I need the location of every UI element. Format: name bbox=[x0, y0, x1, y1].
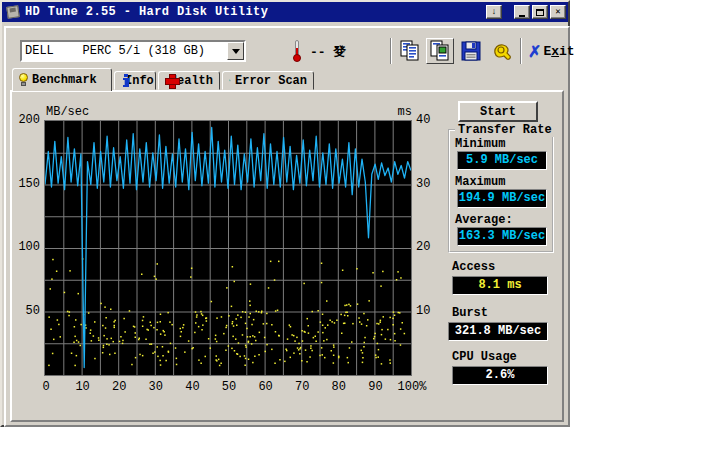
copy-text-button[interactable] bbox=[396, 38, 424, 64]
tab-error-scan[interactable]: Error Scan bbox=[222, 71, 314, 90]
drive-select-dropdown-button[interactable] bbox=[227, 42, 244, 60]
axis-tick-label: 30 bbox=[416, 177, 442, 191]
maximum-label: Maximum bbox=[455, 175, 505, 189]
toolbar-separator bbox=[520, 38, 522, 64]
maximize-button[interactable] bbox=[532, 5, 548, 19]
axis-tick-label: 100 bbox=[12, 240, 40, 254]
exit-button[interactable]: ✗ Exit bbox=[528, 38, 575, 64]
copy-text-icon bbox=[399, 40, 421, 62]
exit-x-icon: ✗ bbox=[528, 42, 541, 61]
start-button[interactable]: Start bbox=[458, 101, 538, 122]
save-button[interactable] bbox=[457, 38, 485, 64]
tab-health[interactable]: Health bbox=[158, 71, 220, 90]
hdtune-window: HD Tune 2.55 - Hard Disk Utility ↓ ✕ DEL… bbox=[0, 0, 570, 427]
titlebar[interactable]: HD Tune 2.55 - Hard Disk Utility ↓ ✕ bbox=[2, 2, 568, 22]
chevron-down-icon bbox=[232, 49, 240, 54]
horn-button[interactable] bbox=[488, 38, 516, 64]
transfer-rate-group: Transfer Rate Minimum 5.9 MB/sec Maximum… bbox=[448, 129, 554, 253]
close-button[interactable]: ✕ bbox=[550, 5, 566, 19]
burst-label: Burst bbox=[452, 306, 488, 320]
copy-image-button[interactable] bbox=[426, 38, 454, 64]
tab-info[interactable]: Info bbox=[114, 71, 156, 90]
axis-tick-label: 40 bbox=[416, 113, 442, 127]
temperature-value: -- 癹 bbox=[310, 43, 346, 61]
transfer-rate-group-title: Transfer Rate bbox=[455, 123, 555, 137]
horn-icon bbox=[491, 40, 513, 62]
health-cross-icon bbox=[165, 74, 166, 87]
benchmark-chart bbox=[44, 120, 412, 376]
drive-select-value: DELL PERC 5/i (318 GB) bbox=[22, 44, 227, 58]
right-axis-title: ms bbox=[386, 105, 412, 119]
access-label: Access bbox=[452, 260, 495, 274]
average-value: 163.3 MB/sec bbox=[457, 227, 547, 246]
minimize-button[interactable] bbox=[514, 5, 530, 19]
axis-tick-label: 150 bbox=[12, 177, 40, 191]
window-title: HD Tune 2.55 - Hard Disk Utility bbox=[25, 5, 484, 19]
drive-select[interactable]: DELL PERC 5/i (318 GB) bbox=[20, 40, 246, 62]
left-axis-title: MB/sec bbox=[46, 105, 89, 119]
benchmark-panel: MB/sec ms Start Transfer Rate Minimum 5.… bbox=[10, 90, 564, 422]
cpu-usage-value: 2.6% bbox=[452, 366, 548, 385]
maximum-value: 194.9 MB/sec bbox=[457, 189, 547, 208]
axis-tick-label: 100% bbox=[390, 380, 434, 394]
axis-tick-label: 10 bbox=[416, 304, 442, 318]
magnifier-icon bbox=[229, 74, 231, 87]
thermometer-icon bbox=[291, 39, 303, 63]
app-icon bbox=[6, 5, 21, 19]
average-label: Average: bbox=[455, 213, 513, 227]
lightbulb-icon bbox=[19, 73, 28, 87]
axis-tick-label: 20 bbox=[416, 240, 442, 254]
roll-down-button[interactable]: ↓ bbox=[486, 5, 502, 19]
cpu-usage-label: CPU Usage bbox=[452, 350, 517, 364]
axis-tick-label: 50 bbox=[12, 304, 40, 318]
burst-value: 321.8 MB/sec bbox=[448, 322, 548, 341]
tab-benchmark[interactable]: Benchmark bbox=[12, 68, 112, 91]
save-floppy-icon bbox=[461, 41, 481, 61]
axis-tick-label: 200 bbox=[12, 113, 40, 127]
exit-label: Exit bbox=[543, 44, 574, 59]
copy-image-icon bbox=[429, 40, 451, 62]
minimum-label: Minimum bbox=[455, 137, 505, 151]
access-value: 8.1 ms bbox=[452, 276, 548, 295]
toolbar-separator bbox=[390, 38, 392, 64]
minimum-value: 5.9 MB/sec bbox=[457, 151, 547, 170]
